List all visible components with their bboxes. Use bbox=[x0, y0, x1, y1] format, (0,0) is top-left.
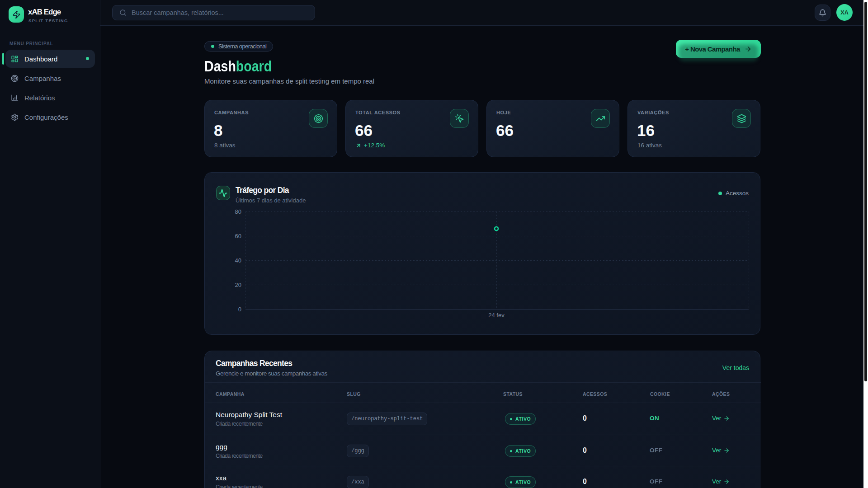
svg-text:20: 20 bbox=[235, 282, 241, 288]
svg-text:0: 0 bbox=[238, 306, 241, 313]
svg-text:80: 80 bbox=[235, 208, 241, 215]
svg-text:40: 40 bbox=[235, 257, 241, 264]
svg-text:24 fev: 24 fev bbox=[488, 312, 505, 319]
svg-text:60: 60 bbox=[235, 233, 241, 239]
